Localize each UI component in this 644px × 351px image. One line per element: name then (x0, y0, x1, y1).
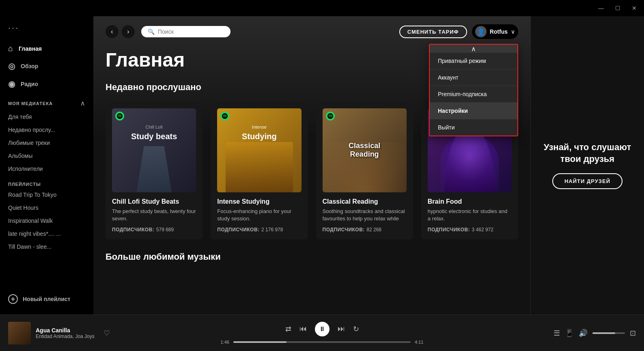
lyrics-icon[interactable]: ☰ (554, 329, 560, 338)
spotify-logo-chill (115, 112, 124, 121)
maximize-button[interactable]: ☐ (613, 4, 623, 12)
sidebar-item-recent[interactable]: Недавно прослу... (0, 123, 93, 136)
player-track: Agua Canilla Entidad Animada, Joa Joys ♡ (8, 322, 122, 345)
dropdown-item-settings[interactable]: Настройки (430, 103, 517, 119)
card-studying-image: Intense Studying (217, 108, 301, 192)
player-controls: ⇄ ⏮ ⏸ ⏭ ↻ 1:46 4:11 (130, 322, 514, 345)
my-library-section-header: МОЯ МЕДИАТЕКА ∧ (0, 93, 93, 110)
progress-fill (233, 341, 286, 343)
my-library-label: МОЯ МЕДИАТЕКА (8, 101, 53, 106)
topbar-right: СМЕНИТЬ ТАРИФ 👤 Rotfus ∨ ∧ Приватный реж… (399, 24, 518, 39)
forward-button[interactable]: › (122, 25, 135, 38)
sidebar-item-quiethours[interactable]: Quiet Hours (0, 201, 93, 214)
card-classical-title: Classical Reading (323, 198, 407, 205)
sidebar-nav: ⌂ Главная ◎ Обзор ◉ Радио (0, 40, 93, 93)
card-chill-desc: The perfect study beats, twenty four sev… (112, 208, 196, 222)
sidebar-library-scroll[interactable]: Для тебя Недавно прослу... Любимые треки… (0, 110, 93, 290)
progress-track[interactable] (233, 341, 411, 343)
main-content: ‹ › 🔍 СМЕНИТЬ ТАРИФ 👤 Rotfus ∨ ∧ Приватн… (93, 16, 530, 314)
prev-button[interactable]: ⏮ (299, 325, 307, 333)
dropdown-scroll-top: ∧ (430, 45, 517, 53)
more-section-title: Больше любимой музыки (106, 252, 518, 262)
sidebar-browse-label: Обзор (21, 63, 38, 69)
player-buttons: ⇄ ⏮ ⏸ ⏭ ↻ (285, 322, 359, 336)
shuffle-button[interactable]: ⇄ (285, 325, 291, 334)
repeat-button[interactable]: ↻ (353, 325, 359, 334)
right-panel: Узнай, что слушают твои друзья НАЙТИ ДРУ… (530, 16, 644, 314)
card-studying-subs: ПОДПИСЧИКОВ: 2 176 978 (217, 226, 301, 233)
sidebar-item-radio[interactable]: ◉ Радио (0, 75, 93, 93)
player: Agua Canilla Entidad Animada, Joa Joys ♡… (0, 314, 644, 351)
current-time: 1:46 (221, 340, 229, 345)
titlebar: — ☐ ✕ (0, 0, 644, 16)
sidebar-item-artists[interactable]: Исполнители (0, 162, 93, 175)
search-icon: 🔍 (148, 28, 155, 35)
browse-icon: ◎ (8, 61, 15, 71)
fullscreen-icon[interactable]: ⊡ (630, 329, 636, 338)
sidebar-item-favorites[interactable]: Любимые треки (0, 136, 93, 149)
next-button[interactable]: ⏭ (338, 325, 345, 333)
card-study-img-label: Intense (225, 125, 293, 129)
my-library-chevron[interactable]: ∧ (80, 99, 85, 107)
card-studying-desc: Focus-enhancing piano for your study ses… (217, 208, 301, 222)
upgrade-button[interactable]: СМЕНИТЬ ТАРИФ (399, 26, 467, 38)
new-playlist-button[interactable]: + Новый плейлист (0, 290, 93, 308)
topbar: ‹ › 🔍 СМЕНИТЬ ТАРИФ 👤 Rotfus ∨ ∧ Приватн… (106, 24, 518, 39)
sidebar-item-home[interactable]: ⌂ Главная (0, 40, 93, 57)
sidebar-item-inspirational[interactable]: Inspirational Walk (0, 214, 93, 227)
close-button[interactable]: ✕ (629, 4, 639, 12)
new-playlist-label: Новый плейлист (23, 296, 70, 302)
player-song-title: Agua Canilla (36, 327, 95, 334)
sidebar-item-albums[interactable]: Альбомы (0, 149, 93, 162)
sidebar-menu-dots[interactable]: ··· (0, 23, 93, 40)
card-studying-title: Intense Studying (217, 198, 301, 205)
card-brain-subs: ПОДПИСЧИКОВ: 3 462 972 (428, 226, 512, 233)
dropdown-item-private[interactable]: Приватный режим (430, 53, 517, 69)
devices-icon[interactable]: 📱 (565, 329, 574, 338)
user-name-label: Rotfus (490, 28, 508, 35)
find-friends-button[interactable]: НАЙТИ ДРУЗЕЙ (552, 173, 622, 189)
sidebar-item-foryou[interactable]: Для тебя (0, 110, 93, 123)
minimize-button[interactable]: — (596, 4, 606, 12)
total-time: 4:11 (415, 340, 423, 345)
plus-icon: + (8, 294, 18, 304)
card-chill-subs: ПОДПИСЧИКОВ: 579 689 (112, 226, 196, 233)
search-box[interactable]: 🔍 (141, 26, 230, 37)
card-studying[interactable]: Intense Studying Intense Studying Focus-… (211, 102, 308, 239)
user-menu-trigger[interactable]: 👤 Rotfus ∨ (472, 24, 518, 39)
card-chill-img-label: Chill Lofi (120, 125, 188, 129)
avatar: 👤 (475, 26, 487, 37)
card-chill[interactable]: Chill Lofi Study beats Chill Lofi Study … (106, 102, 202, 239)
heart-icon[interactable]: ♡ (103, 329, 110, 338)
card-classical-desc: Soothing soundtracks and classical favou… (323, 208, 407, 222)
card-chill-img-sublabel: Study beats (120, 132, 188, 141)
progress-bar[interactable]: 1:46 4:11 (221, 340, 424, 345)
dropdown-item-account[interactable]: Аккаунт (430, 69, 517, 86)
volume-icon[interactable]: 🔊 (579, 329, 588, 338)
friends-title: Узнай, что слушают твои друзья (539, 142, 636, 165)
card-brain-title: Brain Food (428, 198, 512, 205)
card-brain-desc: hypnotic electronic for studies and a re… (428, 208, 512, 222)
card-classical-subs: ПОДПИСЧИКОВ: 82 268 (323, 226, 407, 233)
back-button[interactable]: ‹ (106, 25, 118, 38)
player-artist: Entidad Animada, Joa Joys (36, 334, 95, 339)
sidebar-radio-label: Радио (21, 81, 38, 87)
card-classical[interactable]: ClassicalReading Classical Reading Sooth… (316, 102, 413, 239)
player-thumbnail (8, 322, 31, 345)
chevron-down-icon: ∨ (511, 28, 515, 35)
sidebar-item-browse[interactable]: ◎ Обзор (0, 57, 93, 75)
radio-icon: ◉ (8, 79, 15, 89)
playlists-label: ПЛЕЙЛИСТЫ (0, 175, 93, 188)
recent-section-title: Недавно прослушано (106, 82, 201, 93)
sidebar-item-latenight[interactable]: late night vibes*.... ... (0, 227, 93, 240)
dropdown-item-premium[interactable]: Premium-подписка (430, 86, 517, 103)
sidebar-home-label: Главная (19, 45, 42, 52)
dropdown-item-logout[interactable]: Выйти (430, 119, 517, 136)
sidebar-item-tilldawn[interactable]: Till Dawn - slee... (0, 240, 93, 253)
card-classical-image: ClassicalReading (323, 108, 407, 192)
volume-bar[interactable] (592, 332, 625, 334)
pause-button[interactable]: ⏸ (315, 322, 330, 336)
sidebar-item-roadtrip[interactable]: Road Trip To Tokyo (0, 188, 93, 201)
search-input[interactable] (158, 28, 224, 35)
volume-fill (592, 332, 615, 334)
